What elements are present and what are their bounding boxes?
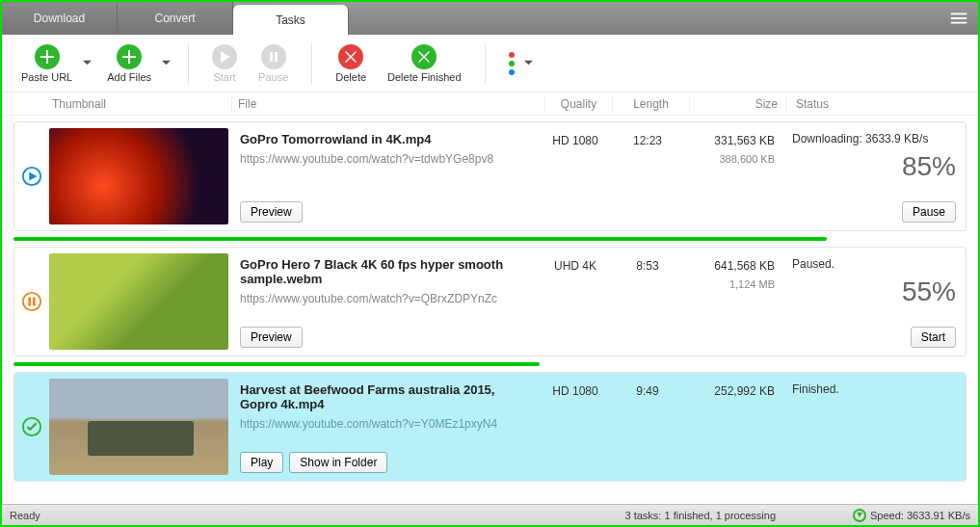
- paste-url-button[interactable]: Paste URL: [13, 40, 80, 87]
- separator: [311, 42, 312, 85]
- add-files-label: Add Files: [107, 71, 151, 83]
- plus-icon: [35, 44, 60, 69]
- start-button[interactable]: Start: [204, 40, 245, 87]
- header-quality[interactable]: Quality: [544, 97, 612, 111]
- task-status: Paused.: [792, 257, 956, 271]
- pause-task-button[interactable]: Pause: [902, 201, 956, 223]
- task-size: 641,568 KB: [686, 259, 775, 273]
- delete-label: Delete: [335, 71, 366, 83]
- thumbnail: [49, 373, 232, 481]
- header-size[interactable]: Size: [689, 97, 785, 111]
- tab-tasks[interactable]: Tasks: [233, 5, 349, 35]
- separator: [188, 42, 189, 85]
- delete-finished-label: Delete Finished: [387, 71, 461, 83]
- task-size-total: 388,600 KB: [686, 153, 775, 165]
- download-speed-icon: [853, 509, 866, 522]
- delete-button[interactable]: Delete: [328, 40, 374, 87]
- svg-point-1: [23, 293, 40, 310]
- overflow-menu[interactable]: [501, 52, 536, 75]
- status-speed: Speed: 3633.91 KB/s: [870, 510, 970, 521]
- task-list: GoPro Tomorrowland in 4K.mp4 https://www…: [2, 121, 978, 482]
- header-thumbnail[interactable]: Thumbnail: [48, 97, 231, 111]
- task-length: 9:49: [609, 373, 686, 481]
- check-status-icon: [14, 373, 49, 481]
- plus-icon: [117, 44, 142, 69]
- task-size-total: 1,124 MB: [686, 278, 775, 290]
- play-status-icon: [14, 122, 49, 230]
- menu-icon[interactable]: [940, 2, 978, 35]
- add-files-dropdown[interactable]: [159, 59, 172, 67]
- preview-button[interactable]: Preview: [240, 201, 303, 223]
- progress-bar: [13, 362, 540, 366]
- task-row[interactable]: Harvest at Beefwood Farms australia 2015…: [13, 372, 967, 482]
- task-url: https://www.youtube.com/watch?v=tdwbYGe8…: [240, 152, 534, 166]
- task-row[interactable]: GoPro Hero 7 Black 4K 60 fps hyper smoot…: [13, 247, 967, 356]
- toolbar: Paste URL Add Files Start Pause Delete D…: [2, 35, 978, 92]
- overflow-dropdown[interactable]: [522, 59, 536, 67]
- task-quality: HD 1080: [542, 122, 609, 230]
- thumbnail: [49, 248, 232, 356]
- start-task-button[interactable]: Start: [911, 327, 956, 348]
- more-icon: [501, 52, 522, 75]
- header-length[interactable]: Length: [612, 97, 689, 111]
- task-status: Finished.: [792, 382, 956, 396]
- pause-icon: [261, 44, 286, 69]
- thumbnail: [49, 122, 232, 230]
- task-quality: UHD 4K: [542, 248, 609, 356]
- play-button[interactable]: Play: [240, 452, 283, 473]
- task-size: 252,992 KB: [686, 384, 775, 398]
- tab-bar: Download Convert Tasks: [2, 2, 978, 35]
- tab-convert[interactable]: Convert: [118, 2, 233, 35]
- add-files-button[interactable]: Add Files: [99, 40, 159, 87]
- preview-button[interactable]: Preview: [240, 327, 303, 348]
- x-icon: [338, 44, 363, 69]
- task-length: 12:23: [609, 122, 686, 230]
- x-icon: [411, 44, 437, 69]
- task-title: GoPro Tomorrowland in 4K.mp4: [240, 132, 534, 146]
- task-percent: 85%: [792, 151, 956, 182]
- task-length: 8:53: [609, 248, 686, 356]
- pause-label: Pause: [258, 71, 288, 83]
- column-headers: Thumbnail File Quality Length Size Statu…: [2, 92, 978, 116]
- task-status: Downloading: 3633.9 KB/s: [792, 132, 956, 145]
- task-url: https://www.youtube.com/watch?v=Y0MEz1px…: [240, 417, 534, 431]
- header-file[interactable]: File: [231, 97, 544, 111]
- separator: [485, 42, 486, 85]
- task-url: https://www.youtube.com/watch?v=QBrxZDPY…: [240, 292, 534, 305]
- task-quality: HD 1080: [542, 373, 609, 481]
- task-percent: 55%: [792, 277, 956, 307]
- status-tasks: 3 tasks: 1 finished, 1 processing: [625, 510, 777, 521]
- show-in-folder-button[interactable]: Show in Folder: [289, 452, 387, 473]
- task-row[interactable]: GoPro Tomorrowland in 4K.mp4 https://www…: [13, 121, 967, 231]
- delete-finished-button[interactable]: Delete Finished: [380, 40, 468, 87]
- paste-url-dropdown[interactable]: [80, 59, 93, 67]
- start-label: Start: [213, 71, 235, 83]
- progress-bar: [13, 237, 827, 241]
- header-status[interactable]: Status: [785, 97, 978, 111]
- task-title: Harvest at Beefwood Farms australia 2015…: [240, 382, 534, 411]
- pause-button[interactable]: Pause: [251, 40, 296, 87]
- tab-download[interactable]: Download: [2, 2, 118, 35]
- play-icon: [212, 44, 237, 69]
- task-size: 331,563 KB: [686, 134, 775, 147]
- status-bar: Ready 3 tasks: 1 finished, 1 processing …: [2, 504, 978, 525]
- task-title: GoPro Hero 7 Black 4K 60 fps hyper smoot…: [240, 257, 534, 286]
- status-ready: Ready: [10, 510, 40, 521]
- pause-status-icon: [14, 248, 49, 356]
- paste-url-label: Paste URL: [21, 71, 72, 83]
